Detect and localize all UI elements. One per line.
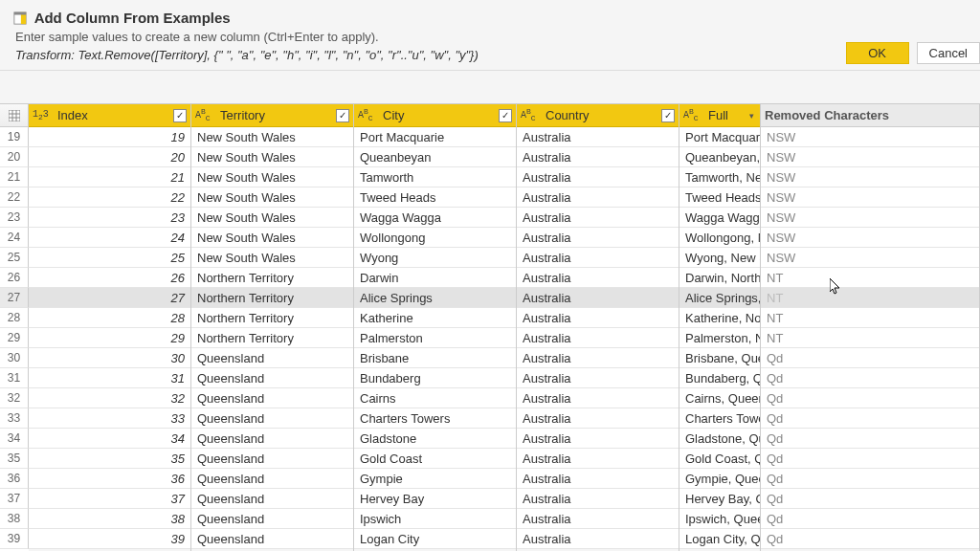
cell-territory[interactable]: New South Wales bbox=[191, 167, 353, 187]
cell-index[interactable]: 23 bbox=[29, 208, 190, 228]
cell-removed-characters[interactable]: Qd bbox=[761, 368, 979, 388]
column-include-checkbox[interactable]: ✓ bbox=[661, 109, 675, 122]
cell-index[interactable]: 30 bbox=[29, 348, 190, 368]
column-header-new[interactable]: Removed Characters bbox=[761, 104, 979, 127]
cell-index[interactable]: 32 bbox=[29, 388, 190, 408]
cell-index[interactable]: 22 bbox=[29, 187, 190, 208]
cell-country[interactable]: Australia bbox=[517, 147, 679, 167]
column-header-territory[interactable]: ABC Territory ✓ bbox=[191, 104, 353, 127]
cell-country[interactable]: Australia bbox=[517, 308, 679, 328]
row-header[interactable]: 31 bbox=[0, 368, 29, 388]
cell-city[interactable]: Cairns bbox=[354, 388, 516, 408]
cell-removed-characters[interactable]: Qd bbox=[761, 348, 979, 368]
cell-city[interactable]: Wyong bbox=[354, 248, 516, 268]
cell-full[interactable]: Alice Springs, N bbox=[679, 288, 760, 308]
cell-country[interactable]: Australia bbox=[517, 288, 679, 308]
row-header[interactable]: 33 bbox=[0, 408, 29, 429]
cell-city[interactable]: Charters Towers bbox=[354, 408, 516, 429]
column-include-checkbox[interactable]: ✓ bbox=[499, 109, 512, 122]
row-header[interactable]: 29 bbox=[0, 328, 29, 348]
cell-index[interactable]: 31 bbox=[29, 368, 190, 388]
cell-index[interactable]: 24 bbox=[29, 228, 190, 248]
cell-index[interactable]: 34 bbox=[29, 429, 190, 449]
cell-territory[interactable]: New South Wales bbox=[191, 208, 353, 228]
row-header[interactable]: 38 bbox=[0, 509, 29, 529]
cell-country[interactable]: Australia bbox=[517, 368, 679, 388]
cell-country[interactable]: Australia bbox=[517, 449, 679, 469]
cell-city[interactable]: Palmerston bbox=[354, 328, 516, 348]
cell-territory[interactable]: New South Wales bbox=[191, 248, 353, 268]
row-header[interactable]: 27 bbox=[0, 288, 29, 308]
cell-full[interactable]: Katherine, Nor bbox=[679, 308, 760, 328]
cell-index[interactable]: 19 bbox=[29, 127, 190, 147]
cell-removed-characters[interactable]: Qd bbox=[761, 449, 979, 469]
cell-country[interactable]: Australia bbox=[517, 208, 679, 228]
cell-territory[interactable]: New South Wales bbox=[191, 147, 353, 167]
cell-city[interactable]: Tamworth bbox=[354, 167, 516, 187]
column-header-index[interactable]: 123 Index ✓ bbox=[29, 104, 190, 127]
column-header-full[interactable]: ABC Full ▾ bbox=[679, 104, 760, 127]
cell-city[interactable]: Tweed Heads bbox=[354, 187, 516, 208]
cell-full[interactable]: Queanbeyan, N bbox=[679, 147, 760, 167]
column-include-checkbox[interactable]: ✓ bbox=[173, 109, 187, 122]
cell-index[interactable]: 27 bbox=[29, 288, 190, 308]
cell-territory[interactable]: Queensland bbox=[191, 509, 353, 529]
cell-index[interactable]: 36 bbox=[29, 469, 190, 489]
cell-country[interactable]: Australia bbox=[517, 529, 679, 549]
cell-full[interactable]: Tweed Heads, bbox=[679, 187, 760, 208]
row-header[interactable]: 39 bbox=[0, 529, 29, 549]
cell-removed-characters[interactable]: Qd bbox=[761, 388, 979, 408]
cell-full[interactable]: Gympie, Quee bbox=[679, 469, 760, 489]
cell-removed-characters[interactable]: NSW bbox=[761, 228, 979, 248]
cell-city[interactable]: Port Macquarie bbox=[354, 127, 516, 147]
cell-index[interactable]: 33 bbox=[29, 408, 190, 429]
row-header[interactable]: 32 bbox=[0, 388, 29, 408]
cell-territory[interactable]: Queensland bbox=[191, 368, 353, 388]
cell-territory[interactable]: Northern Territory bbox=[191, 328, 353, 348]
cell-full[interactable]: Wyong, New S bbox=[679, 248, 760, 268]
cell-index[interactable]: 25 bbox=[29, 248, 190, 268]
row-header[interactable]: 23 bbox=[0, 208, 29, 228]
cell-territory[interactable]: Northern Territory bbox=[191, 308, 353, 328]
cell-full[interactable]: Wollongong, N bbox=[679, 228, 760, 248]
cell-territory[interactable]: Queensland bbox=[191, 429, 353, 449]
cell-country[interactable]: Australia bbox=[517, 328, 679, 348]
cell-full[interactable]: Wagga Wagga, bbox=[679, 208, 760, 228]
cell-removed-characters[interactable]: NT bbox=[761, 308, 979, 328]
cell-country[interactable]: Australia bbox=[517, 429, 679, 449]
cell-city[interactable]: Hervey Bay bbox=[354, 489, 516, 509]
cell-city[interactable]: Gympie bbox=[354, 469, 516, 489]
cell-full[interactable]: Logan City, Qu bbox=[679, 529, 760, 549]
row-header[interactable]: 21 bbox=[0, 167, 29, 187]
cell-removed-characters[interactable]: Qd bbox=[761, 489, 979, 509]
cell-country[interactable]: Australia bbox=[517, 348, 679, 368]
cell-country[interactable]: Australia bbox=[517, 268, 679, 288]
cell-full[interactable]: Bundaberg, Qu bbox=[679, 368, 760, 388]
cell-country[interactable]: Australia bbox=[517, 187, 679, 208]
cell-index[interactable]: 20 bbox=[29, 147, 190, 167]
cell-territory[interactable]: Queensland bbox=[191, 469, 353, 489]
cell-index[interactable]: 35 bbox=[29, 449, 190, 469]
cell-full[interactable]: Gladstone, Qu bbox=[679, 429, 760, 449]
cell-territory[interactable]: Queensland bbox=[191, 348, 353, 368]
cell-removed-characters[interactable]: Qd bbox=[761, 529, 979, 549]
cell-removed-characters[interactable]: Qd bbox=[761, 509, 979, 529]
cell-territory[interactable]: New South Wales bbox=[191, 187, 353, 208]
cell-index[interactable]: 28 bbox=[29, 308, 190, 328]
row-header[interactable]: 36 bbox=[0, 469, 29, 489]
cell-removed-characters[interactable]: Qd bbox=[761, 408, 979, 429]
cell-removed-characters[interactable]: NSW bbox=[761, 147, 979, 167]
cell-territory[interactable]: Queensland bbox=[191, 388, 353, 408]
row-header[interactable]: 34 bbox=[0, 429, 29, 449]
ok-button[interactable]: OK bbox=[846, 42, 909, 64]
row-header[interactable]: 19 bbox=[0, 127, 29, 147]
cell-full[interactable]: Brisbane, Quee bbox=[679, 348, 760, 368]
cell-country[interactable]: Australia bbox=[517, 509, 679, 529]
cell-city[interactable]: Gladstone bbox=[354, 429, 516, 449]
cell-removed-characters[interactable]: NT bbox=[761, 288, 979, 308]
cell-city[interactable]: Ipswich bbox=[354, 509, 516, 529]
cell-full[interactable]: Gold Coast, Qu bbox=[679, 449, 760, 469]
cell-city[interactable]: Brisbane bbox=[354, 348, 516, 368]
cell-index[interactable]: 37 bbox=[29, 489, 190, 509]
cell-city[interactable]: Darwin bbox=[354, 268, 516, 288]
